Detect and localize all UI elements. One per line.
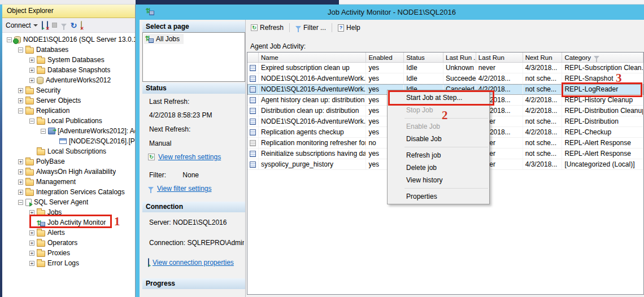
folder-icon bbox=[25, 190, 34, 196]
expanded-expander-icon[interactable]: – bbox=[18, 47, 23, 53]
menu-item-refresh-job[interactable]: Refresh job bbox=[388, 149, 489, 161]
collapsed-expander-icon[interactable]: + bbox=[29, 58, 34, 63]
toolbar-separator bbox=[332, 23, 332, 32]
expanded-expander-icon[interactable]: – bbox=[18, 200, 23, 205]
menu-item-view-history[interactable]: View history bbox=[388, 174, 489, 186]
column-header-status[interactable]: Status bbox=[404, 53, 443, 62]
cell-next-run: 4/2/2018... bbox=[523, 127, 563, 137]
tree-item-database-snapshots[interactable]: +Database Snapshots bbox=[2, 65, 135, 75]
tree-item-adventureworks2012[interactable]: +AdventureWorks2012 bbox=[2, 75, 135, 85]
connect-server-icon[interactable]: + bbox=[42, 21, 43, 29]
tree-item-sql-server-agent[interactable]: –SQL Server Agent bbox=[2, 197, 135, 207]
annotation-box-1 bbox=[29, 215, 112, 228]
column-header-last-run[interactable]: Last Run bbox=[476, 53, 523, 62]
tree-item-operators[interactable]: +Operators bbox=[2, 238, 135, 248]
folder-icon bbox=[37, 58, 45, 64]
menu-item-properties[interactable]: Properties bbox=[388, 190, 489, 203]
connection-properties-icon: + bbox=[148, 259, 149, 267]
view-connection-properties-link[interactable]: + View connection properties bbox=[148, 259, 234, 267]
tree-item-system-databases[interactable]: +System Databases bbox=[2, 55, 135, 65]
collapsed-expander-icon[interactable]: + bbox=[29, 68, 34, 73]
filter-icon bbox=[295, 26, 301, 29]
tree-item-label: [AdventureWorks2012]: Ad bbox=[58, 126, 135, 136]
tree-item-label: Operators bbox=[47, 238, 77, 248]
column-header-category[interactable]: Category bbox=[562, 53, 643, 62]
column-header-enabled[interactable]: Enabled bbox=[366, 53, 404, 62]
expanded-expander-icon[interactable]: – bbox=[18, 108, 23, 113]
job-icon bbox=[250, 129, 256, 136]
tree-item-server-objects[interactable]: +Server Objects bbox=[2, 95, 135, 106]
filter-funnel-icon bbox=[61, 24, 67, 27]
collapsed-expander-icon[interactable]: + bbox=[29, 261, 34, 266]
collapsed-expander-icon[interactable]: + bbox=[18, 98, 23, 103]
view-refresh-settings-label: View refresh settings bbox=[158, 153, 221, 161]
tree-item-local-publications[interactable]: –Local Publications bbox=[2, 116, 135, 126]
tree-item-integration-services-catalogs[interactable]: +Integration Services Catalogs bbox=[2, 187, 135, 197]
connect-dropdown-button[interactable]: Connect bbox=[6, 21, 38, 29]
collapsed-expander-icon[interactable]: + bbox=[18, 159, 23, 164]
tree-item-management[interactable]: +Management bbox=[2, 177, 135, 187]
job-icon bbox=[250, 108, 256, 114]
select-a-page-header: Select a page bbox=[142, 21, 245, 32]
select-a-page-list: ⇄ All Jobs bbox=[142, 32, 245, 82]
error-log-icon[interactable]: ✕ bbox=[81, 21, 82, 29]
expanded-expander-icon[interactable]: – bbox=[7, 37, 12, 42]
column-header-name[interactable]: Name bbox=[259, 53, 366, 62]
column-header-last-run[interactable]: Last Run ... bbox=[443, 53, 476, 62]
refresh-icon[interactable]: ↻ bbox=[71, 22, 77, 29]
server-icon bbox=[14, 36, 21, 43]
tree-item-alwayson-high-availability[interactable]: +AlwaysOn High Availability bbox=[2, 167, 135, 177]
tree-item-adventureworks2012-ad[interactable]: –[AdventureWorks2012]: Ad bbox=[2, 126, 135, 136]
tree-item-replication[interactable]: –Replication bbox=[2, 106, 135, 116]
refresh-button[interactable]: ↻ Refresh bbox=[249, 23, 286, 33]
background-strip-left bbox=[0, 0, 136, 5]
tree-item-polybase[interactable]: +PolyBase bbox=[2, 156, 135, 167]
toolbar-separator bbox=[289, 23, 290, 32]
collapsed-expander-icon[interactable]: + bbox=[29, 78, 34, 83]
tree-item-label: Database Snapshots bbox=[47, 65, 110, 75]
cell-category: REPL-Checkup bbox=[562, 127, 643, 137]
column-header-next-run[interactable]: Next Run bbox=[523, 53, 563, 62]
expanded-expander-icon[interactable]: – bbox=[29, 119, 34, 124]
cell-category: [Uncategorized (Local)] bbox=[562, 159, 643, 169]
annotation-box-3 bbox=[562, 82, 642, 97]
menu-item-delete-job[interactable]: Delete job bbox=[388, 161, 489, 174]
menu-separator bbox=[404, 147, 488, 147]
job-context-menu: Start Job at Step...Stop JobEnable JobDi… bbox=[387, 90, 490, 204]
collapsed-expander-icon[interactable]: + bbox=[18, 169, 23, 174]
column-header-icon[interactable] bbox=[247, 53, 259, 62]
cell-next-run: 4/2/2018... bbox=[523, 95, 563, 105]
cell-name: NODE1\SQL2016-AdventureWork... bbox=[259, 73, 366, 84]
filter-button[interactable]: Filter ... bbox=[293, 23, 328, 33]
tree-item-security[interactable]: +Security bbox=[2, 85, 135, 95]
tree-item-node1-sql2016-sql-server-13-0-160[interactable]: –NODE1\SQL2016 (SQL Server 13.0.160 bbox=[2, 34, 135, 45]
expanded-expander-icon[interactable]: – bbox=[41, 129, 46, 134]
collapsed-expander-icon[interactable]: + bbox=[18, 190, 23, 195]
menu-item-disable-job[interactable]: Disable Job bbox=[388, 133, 489, 145]
view-refresh-settings-link[interactable]: ↻ View refresh settings bbox=[148, 153, 221, 161]
collapsed-expander-icon[interactable]: + bbox=[29, 251, 34, 256]
cell-name: Agent history clean up: distribution bbox=[259, 95, 366, 105]
tree-item-databases[interactable]: –Databases bbox=[2, 45, 135, 55]
tree-item-proxies[interactable]: +Proxies bbox=[2, 248, 135, 258]
view-filter-settings-link[interactable]: View filter settings bbox=[148, 185, 212, 193]
collapsed-expander-icon[interactable]: + bbox=[29, 241, 34, 246]
tree-item-local-subscriptions[interactable]: Local Subscriptions bbox=[2, 146, 135, 156]
disconnect-server-icon[interactable]: ✕ bbox=[47, 21, 48, 29]
object-explorer-tree: –NODE1\SQL2016 (SQL Server 13.0.160–Data… bbox=[2, 33, 135, 297]
collapsed-expander-icon[interactable]: + bbox=[29, 230, 34, 235]
cell-next-run: not sche... bbox=[523, 116, 563, 126]
help-button[interactable]: ? Help bbox=[336, 23, 363, 33]
job-row-expired-subscription-clean-up[interactable]: Expired subscription clean upyesIdleUnkn… bbox=[247, 63, 643, 73]
annotation-box-2 bbox=[388, 90, 494, 106]
tree-item-node2-sql2016-pro[interactable]: [NODE2\SQL2016].[Pro bbox=[2, 136, 135, 146]
tree-item-alerts[interactable]: +Alerts bbox=[2, 228, 135, 238]
collapsed-expander-icon[interactable]: + bbox=[18, 180, 23, 185]
cell-enabled: yes bbox=[366, 73, 404, 84]
cell-status: Idle bbox=[404, 63, 443, 73]
job-icon-cell bbox=[247, 159, 259, 169]
collapsed-expander-icon[interactable]: + bbox=[18, 88, 23, 93]
page-item-all-jobs[interactable]: ⇄ All Jobs bbox=[144, 34, 184, 44]
category-filter-icon[interactable] bbox=[594, 56, 599, 59]
tree-item-error-logs[interactable]: +Error Logs bbox=[2, 258, 135, 268]
